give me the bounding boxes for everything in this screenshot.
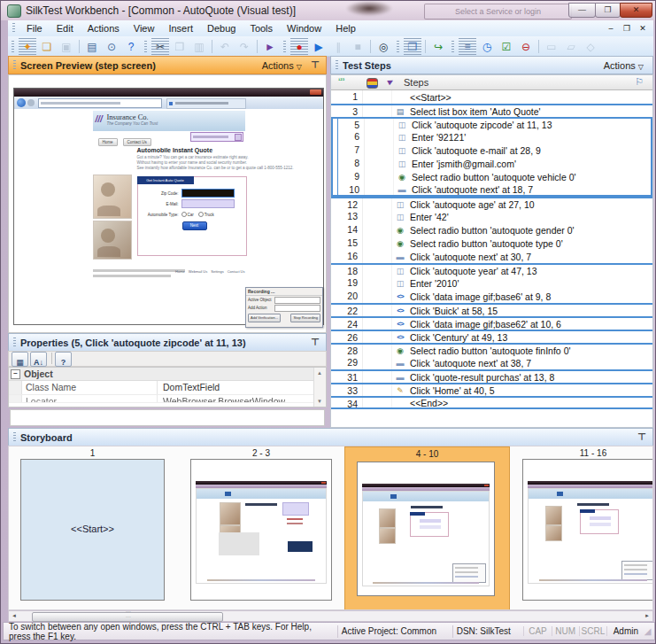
new-button[interactable]: ✦ [19, 38, 36, 55]
print-preview-button[interactable]: ⊙ [103, 38, 120, 55]
storyboard-frame[interactable]: 2 - 3 [190, 446, 332, 610]
timer-button[interactable]: ◷ [478, 38, 496, 55]
undo-button[interactable]: ↶ [216, 38, 234, 55]
scroll-down-icon[interactable]: ▼ [314, 396, 325, 407]
scroll-left-icon[interactable]: ◄ [9, 611, 19, 621]
zip-label: Zip Code: [138, 191, 181, 196]
menu-item[interactable]: Help [328, 21, 363, 36]
menu-item[interactable]: View [127, 21, 162, 36]
play-button[interactable]: ▶ [310, 38, 328, 55]
pause-button[interactable]: ∥ [329, 38, 347, 55]
test-step-row[interactable]: 24 Click 'data image gif;base62' at 10, … [331, 316, 652, 330]
test-step-row[interactable]: 18 Click 'autoquote year' at 47, 13 [331, 263, 652, 276]
screen-preview-area[interactable]: /// Insurance Co. The Company You Can Tr… [8, 74, 327, 333]
test-step-row[interactable]: 14 Select radio button 'autoquote gender… [331, 223, 652, 237]
test-steps-actions-button[interactable]: Actions ▽ [604, 60, 644, 71]
test-steps-button[interactable]: ≡ [459, 38, 476, 55]
visual-test-button[interactable]: ► [261, 38, 279, 55]
test-step-row[interactable]: 5 Click 'autoquote zipcode' at 11, 13 [331, 117, 652, 130]
shape-parallelogram-button[interactable]: ▱ [562, 38, 580, 55]
test-step-row[interactable]: 12 Click 'autoquote age' at 27, 10 [331, 197, 652, 210]
test-step-row[interactable]: 9 Select radio button 'autoquote vehicle… [331, 170, 652, 183]
scroll-up-icon[interactable]: ▲ [314, 368, 325, 378]
footer-link: Settings [211, 269, 223, 274]
property-row[interactable]: Class Name DomTextField [9, 381, 326, 395]
test-step-row[interactable]: 34 <<End>> [331, 396, 652, 409]
resize-grip[interactable]: ◢ [644, 626, 654, 636]
test-step-row[interactable]: 20 Click 'data image gif;base6' at 9, 8 [331, 290, 652, 303]
test-step-row[interactable]: 22 Click 'Buick' at 58, 15 [331, 303, 652, 316]
step-number: 15 [331, 237, 363, 250]
test-step-row[interactable]: 8 Enter 'jsmith@gmail.com' [331, 157, 652, 170]
open-button[interactable]: ❏ [38, 38, 56, 55]
pin-icon[interactable]: ⊤ [311, 59, 320, 71]
verify-button[interactable]: ☑ [498, 38, 515, 55]
test-step-row[interactable]: 10 Click 'autoquote next' at 18, 7 [331, 183, 652, 197]
shape-rect-button[interactable]: ▭ [543, 38, 560, 55]
menu-item[interactable]: Tools [243, 21, 280, 36]
mdi-close-icon[interactable]: ✕ [637, 22, 648, 35]
properties-scrollbar[interactable]: ▲ ▼ [313, 368, 326, 407]
pin-icon[interactable]: ⊤ [637, 431, 646, 443]
menu-item[interactable]: Edit [50, 21, 81, 36]
step-text: Click 'data image gif;base62' at 10, 6 [408, 319, 561, 330]
test-step-row[interactable]: 16 Click 'autoquote next' at 30, 7 [331, 250, 652, 263]
storyboard-frame[interactable]: 4 - 10 [344, 446, 510, 610]
test-step-row[interactable]: 7 Click 'autoquote e-mail' at 28, 9 [331, 144, 652, 157]
export-button[interactable]: ↪ [429, 38, 447, 55]
test-step-row[interactable]: 29 Click 'autoquote next' at 38, 7 [331, 356, 652, 369]
menu-item[interactable]: Insert [161, 21, 200, 36]
shape-diamond-button[interactable]: ◇ [582, 38, 599, 55]
print-button[interactable]: ▤ [83, 38, 101, 55]
test-step-row[interactable]: 26 Click 'Century' at 49, 13 [331, 330, 652, 343]
close-button[interactable]: ✕ [620, 3, 652, 18]
categorized-button[interactable]: ▦ [12, 352, 28, 367]
test-step-row[interactable]: 13 Enter '42' [331, 210, 652, 223]
menu-item[interactable]: Actions [81, 21, 127, 36]
property-category-row[interactable]: − Object [9, 368, 326, 381]
copy-button[interactable]: ❐ [171, 38, 189, 55]
flag-icon[interactable]: ⚐ [635, 76, 644, 88]
paste-button[interactable]: ▥ [190, 38, 208, 55]
test-step-row[interactable]: 15 Select radio button 'autoquote type 0… [331, 237, 652, 250]
minimize-button[interactable]: — [568, 3, 596, 18]
storyboard-header: Storyboard ⊤ [8, 428, 653, 446]
step-type-icon [392, 304, 408, 317]
test-step-row[interactable]: 28 Select radio button 'autoquote finInf… [331, 343, 652, 356]
screen-preview-actions-button[interactable]: Actions ▽ [262, 60, 302, 71]
scrollbar-thumb[interactable] [32, 612, 223, 622]
menu-item[interactable]: Window [280, 21, 328, 36]
stop-button[interactable]: ■ [349, 38, 367, 55]
collapse-icon[interactable]: − [11, 369, 20, 379]
step-text: Select radio button 'autoquote finInfo 0… [408, 345, 570, 356]
test-step-row[interactable]: 31 Click 'quote-result purchas' at 13, 8 [331, 369, 652, 383]
scroll-right-icon[interactable]: ► [642, 611, 652, 621]
mdi-restore-icon[interactable]: ❐ [621, 22, 632, 35]
help-button[interactable]: ? [122, 38, 140, 55]
test-step-row[interactable]: 3 Select list box item 'Auto Quote' [331, 104, 652, 117]
cut-button[interactable]: ✂ [151, 38, 169, 55]
test-step-row[interactable]: 33 Click 'Home' at 40, 5 [331, 383, 652, 396]
alphabetical-button[interactable]: A↓ [30, 352, 47, 367]
menu-item[interactable]: Debug [200, 21, 243, 36]
help-button[interactable]: ? [55, 352, 72, 367]
menu-item[interactable]: File [19, 21, 50, 36]
steps-column-header[interactable]: ¹²³ ► Steps ⚐ [331, 75, 652, 90]
mdi-minimize-icon[interactable]: – [606, 22, 616, 35]
hotspot-button[interactable]: ◎ [374, 38, 392, 55]
pin-icon[interactable]: ⊤ [311, 337, 320, 348]
maximize-button[interactable]: ❐ [595, 3, 621, 18]
storyboard-scrollbar[interactable]: ◄ ► [8, 610, 653, 622]
test-step-row[interactable]: 6 Enter '92121' [331, 130, 652, 144]
storyboard-frame[interactable]: 1 <<Start>> [20, 446, 165, 610]
remove-button[interactable]: ⊖ [517, 38, 535, 55]
test-step-row[interactable]: 19 Enter '2010' [331, 276, 652, 290]
copy-window-button[interactable]: ❐ [404, 38, 421, 55]
title-bar[interactable]: SilkTest Workbench - [Common - AutoQuote… [1, 1, 656, 20]
property-row-clipped[interactable]: Locator WebBrowser.BrowserWindow [9, 395, 326, 403]
redo-button[interactable]: ↷ [235, 38, 253, 55]
test-step-row[interactable]: 1 <<Start>> [331, 90, 652, 104]
storyboard-frame[interactable]: 11 - 16 [522, 446, 653, 610]
record-button[interactable]: ● [290, 38, 308, 55]
save-button[interactable]: ▣ [58, 38, 75, 55]
